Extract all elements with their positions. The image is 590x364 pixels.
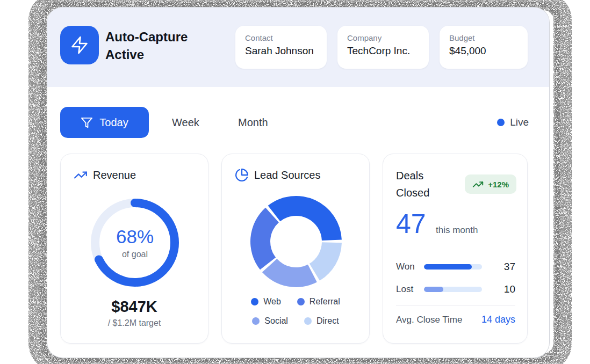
growth-badge-label: +12% — [488, 180, 509, 189]
lead-sources-card-title: Lead Sources — [254, 169, 320, 181]
live-indicator: Live — [497, 107, 529, 138]
lost-row: Lost 10 — [396, 284, 515, 295]
legend-item-web: Web — [251, 297, 281, 307]
contact-chip: Contact Sarah Johnson — [235, 26, 327, 69]
won-bar-fill — [424, 264, 472, 270]
pie-chart-icon — [235, 168, 249, 182]
header-band: Auto-Capture Active Contact Sarah Johnso… — [47, 8, 549, 87]
legend-label-direct: Direct — [316, 316, 339, 326]
tab-today[interactable]: Today — [60, 107, 149, 138]
donut-legend-row-2: Social Direct — [222, 316, 369, 326]
filter-icon — [81, 117, 93, 129]
revenue-percent-sub: of goal — [122, 250, 148, 259]
legend-item-direct: Direct — [304, 316, 339, 326]
lost-value: 10 — [482, 283, 515, 295]
tab-today-label: Today — [99, 117, 128, 129]
deals-count-suffix: this month — [436, 225, 478, 236]
deals-card-title: Deals Closed — [396, 167, 455, 201]
legend-dot-referral — [297, 298, 305, 305]
company-value: TechCorp Inc. — [347, 45, 419, 57]
budget-value: $45,000 — [449, 45, 518, 57]
won-row: Won 37 — [396, 261, 515, 272]
tab-week[interactable]: Week — [172, 107, 199, 138]
revenue-card: Revenue 68% of goal $847K / $1.2M target — [60, 154, 208, 344]
zap-icon — [70, 35, 89, 55]
contact-value: Sarah Johnson — [245, 45, 317, 57]
app-title: Auto-Capture Active — [105, 28, 207, 63]
legend-dot-direct — [304, 317, 312, 325]
legend-dot-social — [252, 317, 260, 325]
company-chip: Company TechCorp Inc. — [337, 26, 429, 69]
tab-month[interactable]: Month — [238, 107, 268, 138]
revenue-amount: $847K — [61, 298, 208, 316]
revenue-card-title: Revenue — [93, 169, 136, 181]
budget-chip: Budget $45,000 — [440, 26, 528, 69]
lost-label: Lost — [396, 284, 424, 295]
won-label: Won — [396, 261, 424, 272]
company-label: Company — [347, 33, 419, 42]
ring-center-text: 68% of goal — [87, 194, 183, 291]
deals-closed-card: Deals Closed +12% 47 this month Won 37 L… — [383, 154, 528, 344]
won-value: 37 — [482, 261, 515, 273]
won-bar-track — [424, 264, 482, 270]
deals-footer: Avg. Close Time 14 days — [396, 314, 515, 325]
live-dot-icon — [497, 119, 505, 126]
growth-badge: +12% — [465, 174, 516, 194]
donut-legend-row-1: Web Referral — [222, 297, 369, 307]
deals-divider — [396, 305, 515, 306]
live-label: Live — [510, 117, 529, 128]
contact-label: Contact — [245, 33, 317, 42]
lead-sources-donut — [248, 193, 344, 290]
avg-close-time-label: Avg. Close Time — [396, 315, 462, 325]
dashboard-panel: Auto-Capture Active Contact Sarah Johnso… — [47, 8, 549, 358]
legend-item-social: Social — [252, 316, 288, 326]
legend-item-referral: Referral — [297, 297, 340, 307]
avg-close-time-value: 14 days — [481, 314, 515, 325]
legend-dot-web — [251, 298, 258, 305]
lost-bar-fill — [424, 287, 443, 292]
legend-label-social: Social — [264, 316, 288, 326]
revenue-percent: 68% — [116, 226, 154, 247]
auto-capture-tile — [60, 26, 99, 64]
trending-up-icon — [74, 168, 88, 182]
lead-sources-card: Lead Sources Web Referral Social Direct — [221, 154, 370, 344]
revenue-target: / $1.2M target — [61, 318, 208, 328]
legend-label-web: Web — [263, 297, 281, 307]
budget-label: Budget — [449, 33, 518, 42]
legend-label-referral: Referral — [310, 297, 340, 307]
deals-count: 47 — [396, 209, 426, 239]
lost-bar-track — [424, 287, 482, 292]
trending-up-green-icon — [472, 179, 484, 190]
